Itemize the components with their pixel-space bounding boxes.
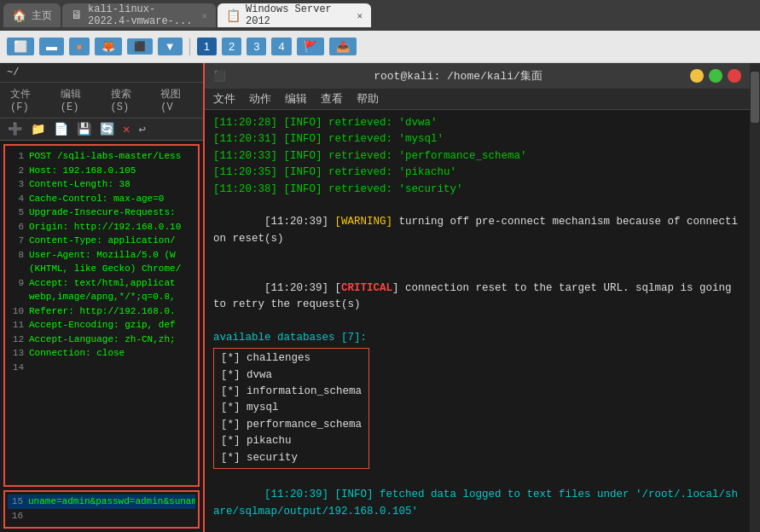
toolbar-num-2[interactable]: 2 (222, 38, 241, 55)
tool-save[interactable]: 💾 (74, 121, 94, 137)
left-panel-path: ~/ (7, 66, 19, 78)
terminal-title: root@kali: /home/kali/集面 (374, 68, 542, 84)
left-panel: ~/ 文件(F) 编辑(E) 搜索(S) 视图(V ➕ 📁 📄 💾 🔄 ✕ ↩ … (0, 63, 205, 532)
db-information-schema: [*] information_schema (221, 384, 362, 400)
toolbar-icon-btn-6[interactable]: ▼ (158, 38, 183, 55)
term-menu-edit[interactable]: 编辑 (285, 91, 307, 107)
toolbar-separator (189, 38, 190, 55)
left-line-16: 16 (8, 509, 195, 523)
tool-add[interactable]: ➕ (5, 121, 25, 137)
db-dvwa: [*] dvwa (221, 367, 362, 384)
toolbar-icon-btn-2[interactable]: ▬ (39, 38, 64, 55)
tool-file[interactable]: 📄 (51, 121, 71, 137)
maximize-btn[interactable] (709, 69, 722, 83)
main-area: ~/ 文件(F) 编辑(E) 搜索(S) 视图(V ➕ 📁 📄 💾 🔄 ✕ ↩ … (0, 63, 760, 532)
terminal-line-6: [11:20:39] [WARNING] turning off pre-con… (213, 198, 741, 264)
kali-icon: 🖥 (71, 9, 83, 22)
left-line-14: 14 (9, 361, 194, 375)
terminal-line-4: [11:20:35] [INFO] retrieved: 'pikachu' (213, 165, 741, 181)
terminal-menu: 文件 动作 编辑 查看 帮助 (205, 89, 750, 110)
left-line-4: 4Cache-Control: max-age=0 (9, 192, 194, 206)
terminal-line-5: [11:20:38] [INFO] retrieved: 'security' (213, 182, 741, 198)
terminal-line-1: [11:20:28] [INFO] retrieved: 'dvwa' (213, 115, 741, 131)
toolbar-icon-btn-4[interactable]: 🦊 (95, 38, 122, 55)
terminal-line-3: [11:20:33] [INFO] retrieved: 'performanc… (213, 148, 741, 165)
left-line-15: 15uname=admin&passwd=admin&suname=admin&… (8, 494, 195, 509)
left-panel-menu: 文件(F) 编辑(E) 搜索(S) 视图(V (0, 83, 203, 119)
left-line-8: 8User-Agent: Mozilla/5.0 (W (9, 248, 194, 263)
left-line-11: 11Accept-Encoding: gzip, def (9, 318, 194, 332)
terminal-titlebar: ⬛ root@kali: /home/kali/集面 (205, 63, 750, 89)
left-line-7: 7Content-Type: application/ (9, 234, 194, 248)
left-line-6: 6Origin: http://192.168.0.10 (9, 220, 194, 234)
terminal-line-7: [11:20:39] [CRITICAL] connection reset t… (213, 263, 741, 330)
left-panel-toolbar: ➕ 📁 📄 💾 🔄 ✕ ↩ (0, 119, 203, 141)
toolbar-send-btn[interactable]: 📤 (329, 38, 357, 55)
tab-windows-close[interactable]: ✕ (357, 10, 363, 21)
tab-home[interactable]: 🏠 主页 (3, 3, 61, 27)
db-mysql: [*] mysql (221, 400, 362, 416)
tab-kali-label: kali-linux-2022.4-vmware-... (88, 3, 193, 27)
tab-home-label: 主页 (32, 9, 52, 23)
left-line-1: 1POST /sqli-labs-master/Less (9, 149, 194, 164)
toolbar-icon-btn-5[interactable]: ⬛ (127, 38, 153, 55)
tab-windows[interactable]: 📋 Windows Server 2012 ✕ (218, 3, 371, 27)
terminal-body[interactable]: [11:20:28] [INFO] retrieved: 'dvwa' [11:… (205, 110, 750, 532)
toolbar-num-1[interactable]: 1 (197, 38, 217, 55)
left-line-2: 2Host: 192.168.0.105 (9, 164, 194, 178)
db-performance-schema: [*] performance_schema (221, 417, 362, 433)
terminal-line-info2: [11:20:39] [INFO] fetched data logged to… (213, 471, 741, 532)
db-list-box: [*] challenges [*] dvwa [*] information_… (213, 348, 369, 469)
browser-chrome: 🏠 主页 🖥 kali-linux-2022.4-vmware-... ✕ 📋 … (0, 0, 760, 63)
tab-kali[interactable]: 🖥 kali-linux-2022.4-vmware-... ✕ (62, 3, 216, 27)
menu-edit[interactable]: 编辑(E) (55, 85, 104, 115)
tool-folder[interactable]: 📁 (28, 121, 48, 137)
menu-view[interactable]: 视图(V (155, 85, 198, 115)
db-pikachu: [*] pikachu (221, 433, 362, 449)
left-content-box[interactable]: 1POST /sqli-labs-master/Less 2Host: 192.… (3, 144, 200, 487)
terminal-panel: ⬛ root@kali: /home/kali/集面 文件 动作 编辑 查看 帮… (205, 63, 750, 532)
term-menu-file[interactable]: 文件 (213, 91, 235, 107)
menu-search[interactable]: 搜索(S) (106, 85, 154, 115)
toolbar-icon-btn-1[interactable]: ⬜ (7, 38, 34, 55)
left-line-9b: 9webp,image/apng,*/*;q=0.8, (9, 290, 194, 304)
toolbar: ⬜ ▬ ● 🦊 ⬛ ▼ 1 2 3 4 🚩 📤 (0, 31, 760, 63)
windows-icon: 📋 (226, 9, 241, 23)
left-bottom-box: 15uname=admin&passwd=admin&suname=admin&… (3, 490, 200, 529)
db-challenges: [*] challenges (221, 350, 362, 367)
scrollbar-thumb[interactable] (751, 72, 759, 123)
toolbar-icon-btn-3[interactable]: ● (69, 38, 90, 55)
tab-windows-label: Windows Server 2012 (246, 3, 348, 27)
db-security: [*] security (221, 450, 362, 466)
toolbar-num-3[interactable]: 3 (247, 38, 266, 55)
left-line-5: 5Upgrade-Insecure-Requests: (9, 205, 194, 220)
toolbar-flag-btn[interactable]: 🚩 (297, 38, 324, 55)
tool-close[interactable]: ✕ (120, 121, 132, 137)
home-icon: 🏠 (12, 9, 26, 23)
left-panel-header: ~/ (0, 63, 203, 83)
tab-kali-close[interactable]: ✕ (201, 10, 207, 21)
menu-file[interactable]: 文件(F) (5, 85, 54, 115)
left-line-13: 13Connection: close (9, 346, 194, 361)
left-line-10: 10Referer: http://192.168.0. (9, 304, 194, 319)
terminal-line-2: [11:20:31] [INFO] retrieved: 'mysql' (213, 131, 741, 147)
tab-bar: 🏠 主页 🖥 kali-linux-2022.4-vmware-... ✕ 📋 … (0, 0, 760, 31)
tool-undo[interactable]: ↩ (136, 121, 148, 137)
terminal-corner-icon: ⬛ (213, 70, 226, 83)
tool-refresh[interactable]: 🔄 (97, 121, 117, 137)
terminal-line-8: available databases [7]: (213, 330, 741, 346)
toolbar-num-4[interactable]: 4 (271, 38, 291, 55)
term-menu-action[interactable]: 动作 (249, 91, 271, 107)
minimize-btn[interactable] (690, 69, 704, 83)
close-btn[interactable] (728, 69, 741, 83)
scrollbar[interactable] (750, 63, 760, 532)
terminal-controls (690, 69, 741, 83)
left-line-3: 3Content-Length: 38 (9, 177, 194, 192)
term-menu-view[interactable]: 查看 (321, 91, 343, 107)
term-menu-help[interactable]: 帮助 (357, 91, 379, 107)
left-line-9: 9Accept: text/html,applicat (9, 276, 194, 291)
left-line-12: 12Accept-Language: zh-CN,zh; (9, 332, 194, 347)
left-line-8b: 8(KHTML, like Gecko) Chrome/ (9, 262, 194, 276)
